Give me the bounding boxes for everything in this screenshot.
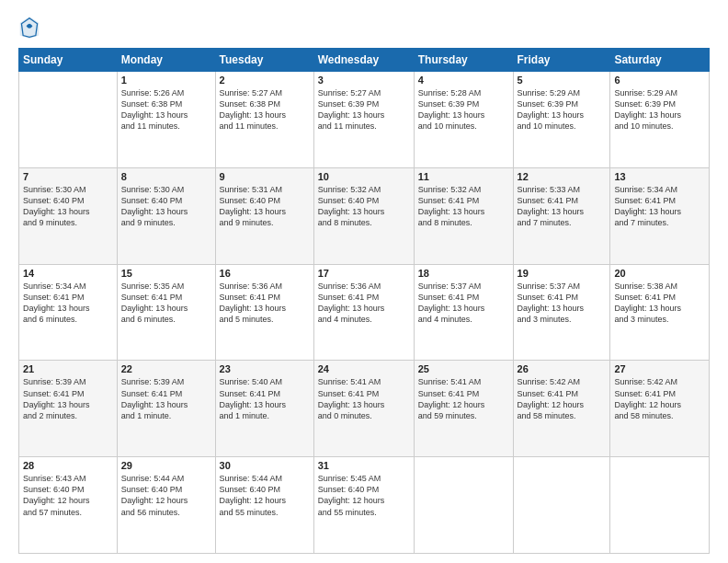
- day-cell: 22Sunrise: 5:39 AM Sunset: 6:41 PM Dayli…: [117, 361, 215, 457]
- day-cell: 30Sunrise: 5:44 AM Sunset: 6:40 PM Dayli…: [215, 457, 313, 554]
- day-cell: 14Sunrise: 5:34 AM Sunset: 6:41 PM Dayli…: [19, 264, 118, 361]
- day-info: Sunrise: 5:44 AM Sunset: 6:40 PM Dayligh…: [121, 473, 211, 518]
- day-info: Sunrise: 5:41 AM Sunset: 6:41 PM Dayligh…: [418, 376, 509, 421]
- day-info: Sunrise: 5:34 AM Sunset: 6:41 PM Dayligh…: [23, 281, 113, 326]
- logo-icon: [18, 15, 40, 40]
- day-cell: 20Sunrise: 5:38 AM Sunset: 6:41 PM Dayli…: [610, 264, 710, 361]
- day-number: 14: [23, 268, 113, 279]
- day-cell: 27Sunrise: 5:42 AM Sunset: 6:41 PM Dayli…: [610, 361, 710, 457]
- page: SundayMondayTuesdayWednesdayThursdayFrid…: [0, 0, 728, 563]
- day-cell: 26Sunrise: 5:42 AM Sunset: 6:41 PM Dayli…: [513, 361, 610, 457]
- day-info: Sunrise: 5:39 AM Sunset: 6:41 PM Dayligh…: [121, 376, 211, 421]
- day-cell: 23Sunrise: 5:40 AM Sunset: 6:41 PM Dayli…: [215, 361, 313, 457]
- day-info: Sunrise: 5:40 AM Sunset: 6:41 PM Dayligh…: [220, 376, 310, 421]
- day-number: 19: [518, 268, 607, 279]
- day-number: 15: [121, 268, 211, 279]
- day-number: 18: [418, 268, 509, 279]
- day-number: 13: [614, 171, 705, 182]
- day-number: 9: [220, 171, 310, 182]
- day-cell: 16Sunrise: 5:36 AM Sunset: 6:41 PM Dayli…: [215, 264, 313, 361]
- day-cell: 11Sunrise: 5:32 AM Sunset: 6:41 PM Dayli…: [414, 167, 513, 264]
- day-cell: 28Sunrise: 5:43 AM Sunset: 6:40 PM Dayli…: [19, 457, 118, 554]
- day-info: Sunrise: 5:29 AM Sunset: 6:39 PM Dayligh…: [614, 87, 705, 132]
- day-number: 24: [318, 363, 410, 374]
- logo: [18, 15, 42, 40]
- day-cell: 15Sunrise: 5:35 AM Sunset: 6:41 PM Dayli…: [117, 264, 215, 361]
- calendar-table: SundayMondayTuesdayWednesdayThursdayFrid…: [18, 48, 710, 554]
- day-cell: [610, 457, 710, 554]
- column-header-saturday: Saturday: [610, 49, 710, 72]
- day-info: Sunrise: 5:43 AM Sunset: 6:40 PM Dayligh…: [23, 473, 113, 518]
- day-cell: [513, 457, 610, 554]
- day-info: Sunrise: 5:28 AM Sunset: 6:39 PM Dayligh…: [418, 87, 509, 132]
- column-header-friday: Friday: [513, 49, 610, 72]
- week-row-0: 1Sunrise: 5:26 AM Sunset: 6:38 PM Daylig…: [19, 72, 710, 168]
- day-number: 29: [121, 460, 211, 471]
- day-number: 17: [318, 268, 410, 279]
- day-number: 23: [220, 363, 310, 374]
- day-info: Sunrise: 5:38 AM Sunset: 6:41 PM Dayligh…: [614, 281, 705, 326]
- week-row-4: 28Sunrise: 5:43 AM Sunset: 6:40 PM Dayli…: [19, 457, 710, 554]
- day-cell: 31Sunrise: 5:45 AM Sunset: 6:40 PM Dayli…: [313, 457, 414, 554]
- day-info: Sunrise: 5:32 AM Sunset: 6:41 PM Dayligh…: [418, 184, 509, 229]
- calendar-header-row: SundayMondayTuesdayWednesdayThursdayFrid…: [19, 49, 710, 72]
- column-header-tuesday: Tuesday: [215, 49, 313, 72]
- day-number: 5: [518, 75, 607, 86]
- day-cell: 2Sunrise: 5:27 AM Sunset: 6:38 PM Daylig…: [215, 72, 313, 168]
- day-number: 16: [220, 268, 310, 279]
- day-number: 27: [614, 363, 705, 374]
- day-number: 10: [318, 171, 410, 182]
- day-number: 3: [318, 75, 410, 86]
- day-cell: 4Sunrise: 5:28 AM Sunset: 6:39 PM Daylig…: [414, 72, 513, 168]
- day-info: Sunrise: 5:27 AM Sunset: 6:38 PM Dayligh…: [220, 87, 310, 132]
- day-number: 12: [518, 171, 607, 182]
- day-info: Sunrise: 5:41 AM Sunset: 6:41 PM Dayligh…: [318, 376, 410, 421]
- day-cell: [414, 457, 513, 554]
- column-header-wednesday: Wednesday: [313, 49, 414, 72]
- day-cell: 8Sunrise: 5:30 AM Sunset: 6:40 PM Daylig…: [117, 167, 215, 264]
- day-cell: 25Sunrise: 5:41 AM Sunset: 6:41 PM Dayli…: [414, 361, 513, 457]
- day-number: 6: [614, 75, 705, 86]
- week-row-2: 14Sunrise: 5:34 AM Sunset: 6:41 PM Dayli…: [19, 264, 710, 361]
- day-number: 7: [23, 171, 113, 182]
- day-number: 22: [121, 363, 211, 374]
- day-number: 30: [220, 460, 310, 471]
- day-number: 1: [121, 75, 211, 86]
- day-info: Sunrise: 5:30 AM Sunset: 6:40 PM Dayligh…: [121, 184, 211, 229]
- day-number: 8: [121, 171, 211, 182]
- day-number: 20: [614, 268, 705, 279]
- day-cell: 6Sunrise: 5:29 AM Sunset: 6:39 PM Daylig…: [610, 72, 710, 168]
- day-info: Sunrise: 5:37 AM Sunset: 6:41 PM Dayligh…: [418, 281, 509, 326]
- day-info: Sunrise: 5:36 AM Sunset: 6:41 PM Dayligh…: [318, 281, 410, 326]
- day-info: Sunrise: 5:29 AM Sunset: 6:39 PM Dayligh…: [518, 87, 607, 132]
- day-number: 25: [418, 363, 509, 374]
- day-cell: 18Sunrise: 5:37 AM Sunset: 6:41 PM Dayli…: [414, 264, 513, 361]
- day-info: Sunrise: 5:35 AM Sunset: 6:41 PM Dayligh…: [121, 281, 211, 326]
- day-number: 4: [418, 75, 509, 86]
- day-info: Sunrise: 5:39 AM Sunset: 6:41 PM Dayligh…: [23, 376, 113, 421]
- header: [18, 15, 710, 40]
- day-info: Sunrise: 5:33 AM Sunset: 6:41 PM Dayligh…: [518, 184, 607, 229]
- column-header-thursday: Thursday: [414, 49, 513, 72]
- day-cell: 5Sunrise: 5:29 AM Sunset: 6:39 PM Daylig…: [513, 72, 610, 168]
- day-cell: 17Sunrise: 5:36 AM Sunset: 6:41 PM Dayli…: [313, 264, 414, 361]
- day-info: Sunrise: 5:27 AM Sunset: 6:39 PM Dayligh…: [318, 87, 410, 132]
- column-header-sunday: Sunday: [19, 49, 118, 72]
- week-row-1: 7Sunrise: 5:30 AM Sunset: 6:40 PM Daylig…: [19, 167, 710, 264]
- day-cell: 3Sunrise: 5:27 AM Sunset: 6:39 PM Daylig…: [313, 72, 414, 168]
- day-info: Sunrise: 5:34 AM Sunset: 6:41 PM Dayligh…: [614, 184, 705, 229]
- day-info: Sunrise: 5:45 AM Sunset: 6:40 PM Dayligh…: [318, 473, 410, 518]
- day-cell: 13Sunrise: 5:34 AM Sunset: 6:41 PM Dayli…: [610, 167, 710, 264]
- day-number: 21: [23, 363, 113, 374]
- column-header-monday: Monday: [117, 49, 215, 72]
- day-info: Sunrise: 5:31 AM Sunset: 6:40 PM Dayligh…: [220, 184, 310, 229]
- day-number: 31: [318, 460, 410, 471]
- day-number: 2: [220, 75, 310, 86]
- day-info: Sunrise: 5:30 AM Sunset: 6:40 PM Dayligh…: [23, 184, 113, 229]
- day-cell: 12Sunrise: 5:33 AM Sunset: 6:41 PM Dayli…: [513, 167, 610, 264]
- week-row-3: 21Sunrise: 5:39 AM Sunset: 6:41 PM Dayli…: [19, 361, 710, 457]
- day-info: Sunrise: 5:32 AM Sunset: 6:40 PM Dayligh…: [318, 184, 410, 229]
- day-info: Sunrise: 5:44 AM Sunset: 6:40 PM Dayligh…: [220, 473, 310, 518]
- day-cell: 29Sunrise: 5:44 AM Sunset: 6:40 PM Dayli…: [117, 457, 215, 554]
- day-info: Sunrise: 5:42 AM Sunset: 6:41 PM Dayligh…: [614, 376, 705, 421]
